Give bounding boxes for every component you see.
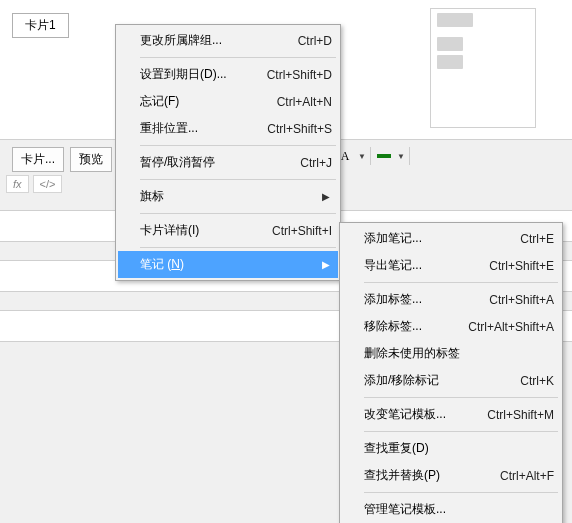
- menu-separator: [140, 57, 336, 58]
- menu-separator: [364, 492, 558, 493]
- menu-delete-unused-tags[interactable]: 删除未使用的标签: [342, 340, 560, 367]
- submenu-arrow-icon: ▶: [322, 259, 332, 270]
- menu-find-replace[interactable]: 查找并替换(P) Ctrl+Alt+F: [342, 462, 560, 489]
- separator: [370, 147, 371, 165]
- menu-forget[interactable]: 忘记(F) Ctrl+Alt+N: [118, 88, 338, 115]
- tab-card1[interactable]: 卡片1: [12, 13, 69, 38]
- menu-notes[interactable]: 笔记 (N) ▶: [118, 251, 338, 278]
- menu-toggle-mark[interactable]: 添加/移除标记 Ctrl+K: [342, 367, 560, 394]
- menu-export-note[interactable]: 导出笔记... Ctrl+Shift+E: [342, 252, 560, 279]
- menu-add-note[interactable]: 添加笔记... Ctrl+E: [342, 225, 560, 252]
- separator: [409, 147, 410, 165]
- preview-button[interactable]: 预览: [70, 147, 112, 172]
- card-tabs: 卡片1: [12, 13, 69, 38]
- menu-card-info[interactable]: 卡片详情(I) Ctrl+Shift+I: [118, 217, 338, 244]
- menu-set-due[interactable]: 设置到期日(D)... Ctrl+Shift+D: [118, 61, 338, 88]
- cards-button[interactable]: 卡片...: [12, 147, 64, 172]
- menu-remove-tag[interactable]: 移除标签... Ctrl+Alt+Shift+A: [342, 313, 560, 340]
- fx-button[interactable]: fx: [6, 175, 29, 193]
- preview-panel: [430, 8, 536, 128]
- menu-change-note-type[interactable]: 改变笔记模板... Ctrl+Shift+M: [342, 401, 560, 428]
- submenu-arrow-icon: ▶: [322, 191, 332, 202]
- code-button[interactable]: </>: [33, 175, 63, 193]
- placeholder-line: [437, 13, 473, 27]
- menu-separator: [140, 247, 336, 248]
- secondary-tabs: 卡片... 预览: [12, 147, 112, 172]
- placeholder-line: [437, 55, 463, 69]
- menu-separator: [364, 282, 558, 283]
- menu-separator: [364, 431, 558, 432]
- dropdown-icon[interactable]: ▼: [397, 152, 405, 161]
- menu-change-deck[interactable]: 更改所属牌组... Ctrl+D: [118, 27, 338, 54]
- menu-manage-note-types[interactable]: 管理笔记模板...: [342, 496, 560, 523]
- context-menu: 更改所属牌组... Ctrl+D 设置到期日(D)... Ctrl+Shift+…: [115, 24, 341, 281]
- menu-reposition[interactable]: 重排位置... Ctrl+Shift+S: [118, 115, 338, 142]
- menu-separator: [140, 145, 336, 146]
- notes-submenu: 添加笔记... Ctrl+E 导出笔记... Ctrl+Shift+E 添加标签…: [339, 222, 563, 523]
- menu-separator: [364, 397, 558, 398]
- menu-flag[interactable]: 旗标 ▶: [118, 183, 338, 210]
- dropdown-icon[interactable]: ▼: [358, 152, 366, 161]
- fx-row: fx </>: [6, 175, 62, 193]
- menu-find-duplicates[interactable]: 查找重复(D): [342, 435, 560, 462]
- menu-separator: [140, 213, 336, 214]
- menu-add-tag[interactable]: 添加标签... Ctrl+Shift+A: [342, 286, 560, 313]
- menu-toggle-suspend[interactable]: 暂停/取消暂停 Ctrl+J: [118, 149, 338, 176]
- highlight-icon[interactable]: [375, 147, 393, 165]
- menu-separator: [140, 179, 336, 180]
- format-toolbar: A ▼ ▼: [336, 147, 410, 165]
- placeholder-line: [437, 37, 463, 51]
